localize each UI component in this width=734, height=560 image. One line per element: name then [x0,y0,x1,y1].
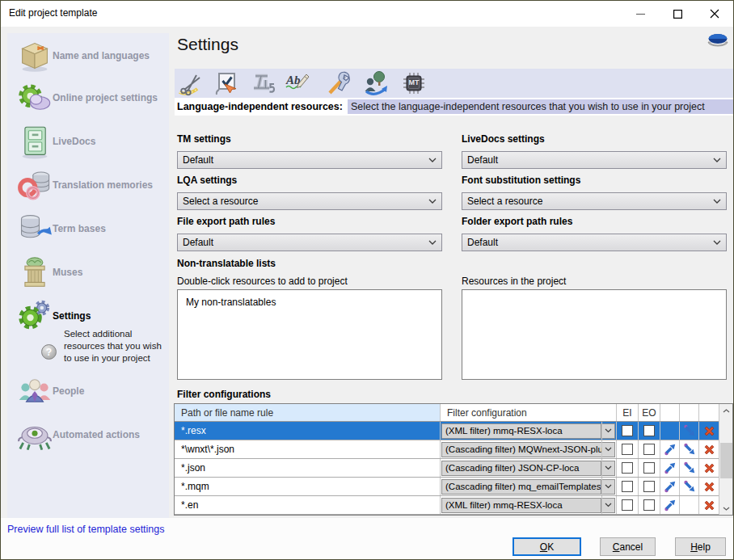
mt-label: MT [401,78,427,86]
ok-button[interactable]: OK [513,537,581,556]
filter-config-select[interactable]: (Cascading filter) MQWnext-JSON-plus... [441,442,602,457]
close-icon [710,9,719,19]
sidebar-item-name-and-languages[interactable]: Name and languages [7,38,169,75]
chevron-down-icon [424,240,441,245]
project-resources-list[interactable] [462,289,727,380]
filter-config-select[interactable]: (Cascading filter) JSON-CP-loca [441,461,601,476]
delete-icon[interactable] [702,499,716,512]
folder-export-path-select[interactable]: Default [462,234,727,251]
eo-checkbox[interactable] [643,481,655,492]
livedocs-settings-select[interactable]: Default [462,151,727,169]
segmentation-rules-icon[interactable] [178,70,209,96]
column-header-ei[interactable]: EI [617,404,639,421]
non-translatable-heading: Non-translatable lists [177,258,276,269]
field-lqa-settings: LQA settings Select a resource [177,175,442,210]
person-tree-export-icon[interactable] [362,70,393,96]
field-livedocs-settings: LiveDocs settings Default [462,133,727,169]
tools-icon[interactable] [327,70,357,96]
chevron-down-icon [708,240,726,245]
chevron-down-icon[interactable] [602,423,615,439]
available-resources-label: Double-click resources to add to project [177,276,348,287]
font-substitution-select[interactable]: Select a resource [462,192,727,210]
filter-configurations-table: Path or file name rule Filter configurat… [174,403,733,516]
cancel-button[interactable]: Cancel [600,537,656,556]
column-header-filter[interactable]: Filter configuration [441,404,617,421]
tm-settings-select[interactable]: Default [177,151,442,169]
move-up-icon[interactable] [663,461,677,475]
ei-checkbox[interactable] [622,499,633,511]
eo-checkbox[interactable] [643,499,655,511]
banner-label: Language-independent resources: [175,101,348,112]
ei-checkbox[interactable] [622,425,633,436]
delete-icon[interactable] [702,443,716,457]
minimize-icon [636,10,645,19]
qa-settings-icon[interactable] [213,70,244,96]
close-button[interactable] [696,1,733,27]
delete-icon[interactable] [702,424,716,438]
settings-toolbar: Ab [175,69,733,98]
move-up-icon[interactable] [663,499,677,512]
scroll-up-icon[interactable] [719,404,733,417]
help-button[interactable]: Help [675,537,726,556]
column-header-rule[interactable]: Path or file name rule [175,404,441,421]
chevron-down-icon[interactable] [602,442,615,457]
move-down-icon[interactable] [682,461,696,475]
table-row[interactable]: *.mqm (Cascading filter) mq_emailTemplat… [175,478,732,496]
eo-checkbox[interactable] [643,444,655,455]
delete-icon[interactable] [702,461,716,475]
filter-configurations-heading: Filter configurations [177,389,271,400]
chevron-down-icon [424,158,441,162]
page-title: Settings [177,35,238,54]
sidebar-item-automated-actions[interactable]: Automated actions [7,417,169,454]
chevron-down-icon[interactable] [602,479,615,495]
translation-pair-rules-icon[interactable] [251,70,281,96]
move-down-icon[interactable] [682,424,696,438]
minimize-button[interactable] [622,1,659,27]
file-export-path-select[interactable]: Default [177,234,442,251]
help-question-icon: ? [41,344,57,360]
filter-config-select[interactable]: (XML filter) mmq-RESX-loca [441,423,601,439]
column-header-eo[interactable]: EO [639,404,660,421]
settings-gears-icon [17,299,53,335]
settings-description: Select additional resources that you wis… [64,328,167,364]
ei-checkbox[interactable] [622,481,633,492]
delete-icon[interactable] [702,480,716,494]
table-row[interactable]: *.en (XML filter) mmq-RESX-loca [175,496,732,515]
chevron-down-icon[interactable] [602,498,615,513]
sidebar-item-translation-memories[interactable]: Translation memories [7,167,169,204]
chevron-down-icon[interactable] [602,461,615,476]
muse-column-icon [17,255,53,291]
machine-translation-chip-icon[interactable]: MT [401,70,432,96]
list-item[interactable]: My non-translatables [178,290,441,308]
ei-checkbox[interactable] [622,462,633,474]
field-folder-export-path-rules: Folder export path rules Default [462,216,727,251]
available-resources-list[interactable]: My non-translatables [177,289,442,380]
table-row[interactable]: *.resx (XML filter) mmq-RESX-loca [175,422,732,440]
move-up-icon[interactable] [663,443,677,457]
move-down-icon[interactable] [682,480,696,494]
preview-template-link[interactable]: Preview full list of template settings [7,524,165,535]
sidebar-item-livedocs[interactable]: LiveDocs [7,124,169,161]
window-title: Edit project template [9,7,97,19]
sidebar-item-online-project-settings[interactable]: Online project settings [7,80,169,117]
field-font-substitution-settings: Font substitution settings Select a reso… [462,175,727,210]
autocorrect-spelling-icon[interactable]: Ab [285,70,315,96]
table-scrollbar[interactable] [719,404,732,515]
scroll-down-icon[interactable] [719,502,733,515]
sidebar-item-people[interactable]: People [7,373,169,411]
table-row[interactable]: *\wnxt\*.json (Cascading filter) MQWnext… [175,440,732,459]
eo-checkbox[interactable] [643,462,655,474]
move-up-icon[interactable] [663,480,677,494]
table-row[interactable]: *.json (Cascading filter) JSON-CP-loca [175,459,732,478]
eo-checkbox[interactable] [643,425,655,436]
lqa-settings-select[interactable]: Select a resource [177,192,442,210]
scrollbar-thumb[interactable] [720,443,732,478]
chevron-down-icon [424,199,441,204]
filter-config-select[interactable]: (XML filter) mmq-RESX-loca [441,498,601,513]
sidebar-item-muses[interactable]: Muses [7,255,169,292]
sidebar-item-term-bases[interactable]: Term bases [7,211,169,248]
maximize-button[interactable] [659,1,696,27]
move-down-icon[interactable] [682,443,696,457]
filter-config-select[interactable]: (Cascading filter) mq_emailTemplates [441,479,601,495]
ei-checkbox[interactable] [622,444,633,455]
